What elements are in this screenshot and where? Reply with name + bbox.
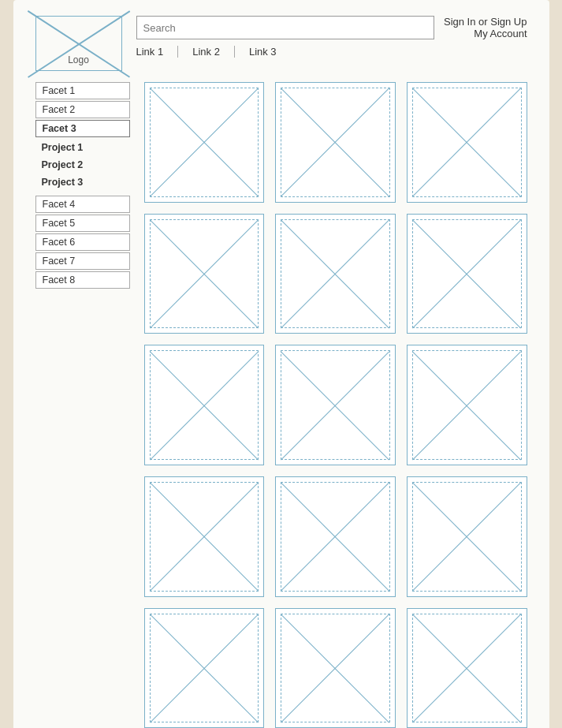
header-top-row: Sign In or Sign Up My Account <box>136 16 527 39</box>
product-card-image <box>412 88 522 197</box>
logo-text: Logo <box>68 54 89 65</box>
nav-link-1[interactable]: Link 1 <box>136 46 179 58</box>
sidebar-project-3[interactable]: Project 1 <box>35 139 130 156</box>
product-card[interactable] <box>275 476 396 597</box>
product-card-image <box>281 482 390 592</box>
product-card-image <box>281 350 390 460</box>
product-card[interactable] <box>407 476 527 597</box>
nav-links: Link 1Link 2Link 3 <box>136 46 527 58</box>
product-card[interactable] <box>275 345 396 465</box>
product-card[interactable] <box>407 608 527 728</box>
sidebar-facet-6[interactable]: Facet 4 <box>35 196 130 213</box>
sidebar-facet-7[interactable]: Facet 5 <box>35 215 130 232</box>
product-card-image <box>281 614 390 723</box>
sidebar-facet-10[interactable]: Facet 8 <box>35 271 130 289</box>
product-card[interactable] <box>407 214 527 334</box>
product-card[interactable] <box>144 82 265 203</box>
product-card-image <box>412 482 522 592</box>
product-card[interactable] <box>275 214 396 334</box>
product-card[interactable] <box>144 345 265 465</box>
product-card-image <box>150 350 259 460</box>
sidebar-facet-9[interactable]: Facet 7 <box>35 252 130 270</box>
sidebar-project-4[interactable]: Project 2 <box>35 156 130 174</box>
product-card[interactable] <box>407 82 527 203</box>
main-content: Facet 1Facet 2Facet 3Project 1Project 2P… <box>35 82 527 728</box>
header-auth: Sign In or Sign Up My Account <box>444 16 527 39</box>
product-card[interactable] <box>144 214 265 334</box>
product-card-image <box>150 614 259 723</box>
product-grid <box>144 82 527 728</box>
sidebar-facet-2[interactable]: Facet 3 <box>35 120 130 137</box>
product-card-image <box>412 350 522 460</box>
product-card[interactable] <box>144 476 265 597</box>
nav-link-2[interactable]: Link 2 <box>192 46 235 58</box>
sidebar-facet-8[interactable]: Facet 6 <box>35 233 130 251</box>
sidebar-facet-0[interactable]: Facet 1 <box>35 82 130 99</box>
product-card[interactable] <box>407 345 527 465</box>
nav-link-3[interactable]: Link 3 <box>249 46 291 58</box>
sign-in-link[interactable]: Sign In or Sign Up <box>444 16 527 28</box>
header-right: Sign In or Sign Up My Account Link 1Link… <box>136 16 527 58</box>
product-card-image <box>281 219 390 329</box>
product-card-image <box>412 219 522 329</box>
product-card[interactable] <box>275 82 396 203</box>
product-card-image <box>281 88 390 197</box>
page-container: Logo Sign In or Sign Up My Account Link … <box>13 0 549 728</box>
product-card-image <box>150 482 259 592</box>
search-input[interactable] <box>136 16 434 39</box>
sidebar-facet-1[interactable]: Facet 2 <box>35 101 130 118</box>
sidebar-project-5[interactable]: Project 3 <box>35 174 130 191</box>
product-card[interactable] <box>275 608 396 728</box>
logo: Logo <box>35 16 122 71</box>
product-card[interactable] <box>144 608 265 728</box>
product-card-image <box>412 614 522 723</box>
product-card-image <box>150 219 259 329</box>
my-account-link[interactable]: My Account <box>444 28 527 39</box>
header: Logo Sign In or Sign Up My Account Link … <box>35 16 527 71</box>
sidebar: Facet 1Facet 2Facet 3Project 1Project 2P… <box>35 82 130 728</box>
product-card-image <box>150 88 259 197</box>
